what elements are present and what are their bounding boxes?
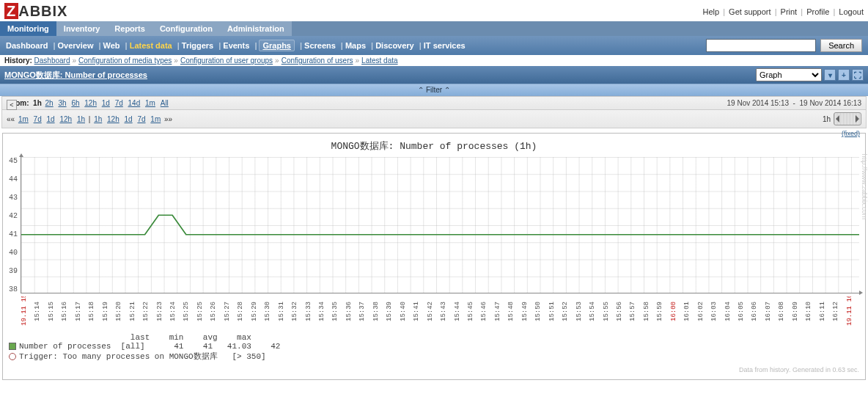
main-tab-inventory[interactable]: Inventory xyxy=(56,21,108,36)
logo-rest: ABBIX xyxy=(18,3,67,19)
chart-line xyxy=(21,157,859,293)
nav-back-7d[interactable]: 7d xyxy=(34,115,42,123)
zoom-selected: 1h xyxy=(33,99,42,107)
nav-back-12h[interactable]: 12h xyxy=(59,115,72,123)
fixed-toggle[interactable]: (fixed) xyxy=(842,130,860,137)
nav-back-1d[interactable]: 1d xyxy=(47,115,55,123)
sub-tab-triggers[interactable]: Triggers xyxy=(182,41,213,50)
nav-fwd-1m[interactable]: 1m xyxy=(150,115,161,123)
add-icon[interactable]: + xyxy=(838,69,850,81)
main-tab-configuration[interactable]: Configuration xyxy=(152,21,220,36)
step-back-button[interactable]: < xyxy=(7,100,17,110)
chart-plot xyxy=(21,157,859,293)
zoom-1d[interactable]: 1d xyxy=(102,99,110,107)
filter-toggle[interactable]: ⌃ Filter ⌃ xyxy=(0,84,868,96)
search-button[interactable]: Search xyxy=(820,39,862,52)
nav-fwd-7d[interactable]: 7d xyxy=(137,115,145,123)
legend-row: Number of processes [all] 41 41 41.03 42 xyxy=(9,342,859,351)
circle-marker-icon xyxy=(9,353,16,360)
top-links: Help | Get support | Print | Profile | L… xyxy=(702,7,864,16)
zoom-2h[interactable]: 2h xyxy=(45,99,54,107)
x-axis-arrow-icon xyxy=(859,291,863,295)
chart-container: MONGO数据库: Number of processes (1h) 45444… xyxy=(2,133,866,380)
footer-note: Data from history. Generated in 0.63 sec… xyxy=(9,366,859,373)
history-link[interactable]: Configuration of media types xyxy=(78,56,172,65)
caret-up-icon: ⌃ xyxy=(444,86,450,94)
page-title: MONGO数据库: Number of processes xyxy=(4,70,147,81)
zoom-14d[interactable]: 14d xyxy=(128,99,141,107)
main-tabs: MonitoringInventoryReportsConfigurationA… xyxy=(0,21,868,36)
top-link-help[interactable]: Help xyxy=(702,7,719,16)
zoom-bar: Zoom: 1h 2h 3h 6h 12h 1d 7d 14d 1m All 1… xyxy=(1,96,867,110)
nav-back-1m[interactable]: 1m xyxy=(18,115,29,123)
nav-fwd-12h[interactable]: 12h xyxy=(107,115,119,123)
sub-tab-discovery[interactable]: Discovery xyxy=(375,41,414,50)
zoom-6h[interactable]: 6h xyxy=(71,99,79,107)
zoom-All[interactable]: All xyxy=(161,99,169,107)
sub-tab-dashboard[interactable]: Dashboard xyxy=(6,41,48,50)
sub-tab-events[interactable]: Events xyxy=(223,41,249,50)
sub-tabs-bar: Dashboard|Overview|Web|Latest data|Trigg… xyxy=(0,36,868,55)
sub-tab-overview[interactable]: Overview xyxy=(58,41,94,50)
zoom-links: 2h 3h 6h 12h 1d 7d 14d 1m All xyxy=(44,99,170,107)
timeline-nav: < «« 1m 7d 1d 12h 1h | 1h 12h 1d 7d 1m »… xyxy=(1,110,867,128)
caret-up-icon: ⌃ xyxy=(418,86,424,94)
main-tab-reports[interactable]: Reports xyxy=(107,21,152,36)
sub-tab-it-services[interactable]: IT services xyxy=(424,41,466,50)
view-select[interactable]: Graph xyxy=(756,68,822,81)
top-link-profile[interactable]: Profile xyxy=(806,7,829,16)
nav-fwd-1d[interactable]: 1d xyxy=(125,115,133,123)
top-link-logout[interactable]: Logout xyxy=(839,7,864,16)
top-link-get-support[interactable]: Get support xyxy=(729,7,770,16)
legend-header: last min avg max xyxy=(19,333,859,342)
search-input[interactable] xyxy=(706,39,816,52)
date-to[interactable]: 19 Nov 2014 16:13 xyxy=(799,99,861,107)
breadcrumb: History: Dashboard»Configuration of medi… xyxy=(0,55,868,66)
sub-tab-graphs[interactable]: Graphs xyxy=(259,40,295,51)
nav-duration: 1h xyxy=(823,115,831,123)
history-link[interactable]: Latest data xyxy=(361,56,397,65)
date-from[interactable]: 19 Nov 2014 15:13 xyxy=(727,99,790,107)
zoom-7d[interactable]: 7d xyxy=(115,99,123,107)
logo-z: Z xyxy=(4,3,18,19)
title-bar: MONGO数据库: Number of processes Graph ▾ + … xyxy=(0,66,868,84)
main-tab-monitoring[interactable]: Monitoring xyxy=(0,21,56,36)
legend-row: Trigger: Too many processes on MONGO数据库 … xyxy=(9,351,859,362)
sub-tab-web[interactable]: Web xyxy=(103,41,120,50)
logo: ZABBIX xyxy=(4,3,67,20)
timeline-scroll-widget[interactable] xyxy=(834,112,861,125)
zoom-3h[interactable]: 3h xyxy=(58,99,66,107)
history-link[interactable]: Configuration of user groups xyxy=(180,56,273,65)
chart-legend: last min avg max Number of processes [al… xyxy=(9,333,859,362)
history-link[interactable]: Dashboard xyxy=(34,56,70,65)
history-link[interactable]: Configuration of users xyxy=(282,56,353,65)
sub-tabs: Dashboard|Overview|Web|Latest data|Trigg… xyxy=(6,41,468,50)
nav-right-links: 1h 12h 1d 7d 1m xyxy=(92,115,162,123)
top-link-print[interactable]: Print xyxy=(781,7,798,16)
chart-title: MONGO数据库: Number of processes (1h) xyxy=(9,139,859,153)
nav-fwd-1h[interactable]: 1h xyxy=(94,115,102,123)
watermark: http://www.zabbix.com xyxy=(861,153,868,219)
y-axis: 4544434241403938 xyxy=(9,157,21,293)
sub-tab-maps[interactable]: Maps xyxy=(345,41,366,50)
zoom-12h[interactable]: 12h xyxy=(84,99,97,107)
sub-tab-screens[interactable]: Screens xyxy=(304,41,336,50)
main-tab-administration[interactable]: Administration xyxy=(220,21,292,36)
sub-tab-latest-data[interactable]: Latest data xyxy=(130,41,172,50)
dropdown-toggle-icon[interactable]: ▾ xyxy=(824,69,836,81)
nav-left-links: 1m 7d 1d 12h 1h xyxy=(17,115,87,123)
nav-back-1h[interactable]: 1h xyxy=(77,115,85,123)
square-marker-icon xyxy=(9,343,16,350)
fullscreen-icon[interactable]: ⛶ xyxy=(852,69,864,81)
zoom-1m[interactable]: 1m xyxy=(145,99,155,107)
x-axis: 19.11 15:1315:1415:1515:1615:1715:1815:1… xyxy=(21,296,859,326)
